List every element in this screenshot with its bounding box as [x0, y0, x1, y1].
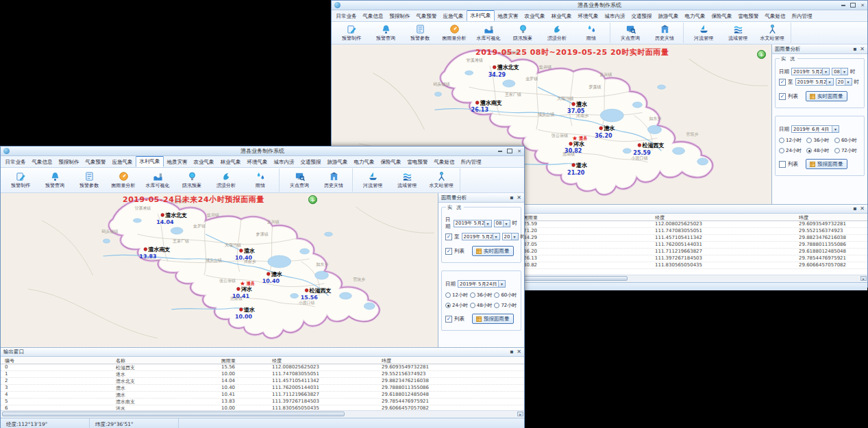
tab-旅游气象[interactable]: 旅游气象 — [324, 158, 351, 167]
tab-水利气象[interactable]: 水利气象 — [467, 10, 495, 21]
toolbar-button-预警查询[interactable]: 预警查询 — [38, 168, 72, 192]
tab-城市内涝[interactable]: 城市内涝 — [602, 12, 628, 21]
tab-预报制作[interactable]: 预报制作 — [386, 12, 413, 21]
tab-交通预报[interactable]: 交通预报 — [628, 12, 655, 21]
toolbar-button-水库可视化[interactable]: 水库可视化 — [140, 168, 175, 192]
close-icon[interactable]: ✕ — [860, 47, 865, 52]
toolbar-button-流域管理[interactable]: 流域管理 — [721, 23, 755, 43]
tab-水利气象[interactable]: 水利气象 — [136, 155, 164, 167]
toolbar-button-灾点查询[interactable]: 灾点查询 — [613, 23, 647, 43]
tab-气象预警[interactable]: 气象预警 — [82, 158, 109, 167]
toolbar-button-涝渍分析[interactable]: 涝渍分析 — [209, 168, 243, 192]
maximize-button[interactable] — [507, 148, 512, 154]
maximize-button[interactable] — [850, 2, 856, 8]
list-checkbox[interactable]: ✓ — [445, 248, 452, 255]
titlebar[interactable]: 澧县业务制作系统 ✕ — [1, 147, 524, 156]
radio-36小时[interactable]: 36小时 — [806, 137, 834, 144]
tab-气象短信[interactable]: 气象短信 — [431, 158, 458, 167]
toolbar-button-流域管理[interactable]: 流域管理 — [390, 168, 424, 192]
locate-button[interactable]: + — [308, 195, 317, 204]
radio-48小时[interactable]: 48小时 — [470, 302, 495, 309]
map-canvas[interactable]: 甘溪滩镇火连坡镇码头铺镇盐井镇金罗镇王家厂镇复兴镇大堰垱镇梦溪镇涔南乡城头山镇张… — [1, 193, 438, 347]
toolbar-button-河流管理[interactable]: 河流管理 — [356, 168, 390, 192]
tab-所内管理[interactable]: 所内管理 — [789, 12, 815, 21]
tab-农业气象[interactable]: 农业气象 — [190, 158, 217, 167]
radio-60小时[interactable]: 60小时 — [834, 137, 860, 144]
tab-日常业务[interactable]: 日常业务 — [333, 12, 360, 21]
tab-农业气象[interactable]: 农业气象 — [521, 12, 548, 21]
to-hour-select[interactable]: 20▾ — [836, 78, 852, 86]
tab-电力气象[interactable]: 电力气象 — [351, 158, 377, 167]
tab-应急气象[interactable]: 应急气象 — [440, 12, 467, 21]
toolbar-button-防汛预案[interactable]: 防汛预案 — [506, 23, 540, 43]
forecast-rainfall-button[interactable]: 预报面雨量 — [806, 159, 847, 169]
scroll-right-arrow[interactable]: ▸ — [860, 276, 867, 281]
toolbar-button-水文站管理[interactable]: 水文站管理 — [424, 168, 458, 192]
live-rainfall-button[interactable]: 实时面雨量 — [806, 91, 847, 101]
pin-icon[interactable]: ▪ — [853, 47, 856, 52]
locate-button[interactable]: + — [757, 50, 766, 59]
from-hour-select[interactable]: 08▾ — [494, 220, 510, 227]
list-checkbox[interactable] — [779, 161, 786, 168]
radio-24小时[interactable]: 24小时 — [445, 302, 470, 309]
radio-48小时[interactable]: 48小时 — [806, 147, 834, 154]
to-checkbox[interactable]: ✓ — [779, 79, 786, 86]
close-icon[interactable]: ✕ — [860, 206, 865, 212]
tab-雷电预警[interactable]: 雷电预警 — [404, 158, 431, 167]
radio-12小时[interactable]: 12小时 — [445, 292, 470, 299]
to-hour-select[interactable]: 20▾ — [502, 233, 519, 240]
radio-60小时[interactable]: 60小时 — [494, 292, 517, 299]
close-icon[interactable]: ✕ — [517, 349, 521, 355]
toolbar-button-涝渍分析[interactable]: 涝渍分析 — [540, 23, 574, 43]
radio-72小时[interactable]: 72小时 — [834, 147, 860, 154]
radio-12小时[interactable]: 12小时 — [779, 137, 806, 144]
tab-预报制作[interactable]: 预报制作 — [55, 158, 82, 167]
toolbar-button-面雨量分析[interactable]: 面雨量分析 — [106, 168, 140, 192]
close-button[interactable]: ✕ — [517, 148, 521, 154]
from-hour-select[interactable]: 08▾ — [832, 68, 848, 75]
tab-日常业务[interactable]: 日常业务 — [2, 158, 29, 167]
tab-林业气象[interactable]: 林业气象 — [548, 12, 575, 21]
tab-保险气象[interactable]: 保险气象 — [377, 158, 404, 167]
tab-城市内涝[interactable]: 城市内涝 — [271, 158, 297, 167]
scroll-right-arrow[interactable]: ▸ — [517, 412, 523, 416]
pin-icon[interactable]: ▪ — [510, 195, 513, 201]
toolbar-button-历史灾情[interactable]: 历史灾情 — [317, 168, 351, 192]
tab-气象信息[interactable]: 气象信息 — [29, 158, 55, 167]
tab-气象信息[interactable]: 气象信息 — [360, 12, 386, 21]
scrollbar-thumb[interactable] — [2, 412, 345, 416]
forecast-date-select[interactable]: 2019年 6月 4日▾ — [791, 125, 839, 133]
list-checkbox[interactable]: ✓ — [779, 93, 786, 100]
tab-所内管理[interactable]: 所内管理 — [458, 158, 484, 167]
radio-36小时[interactable]: 36小时 — [470, 292, 495, 299]
from-date-select[interactable]: 2019年 5月25日▾ — [454, 220, 492, 227]
titlebar[interactable]: 澧县业务制作系统 ✕ — [332, 1, 867, 10]
toolbar-button-防汛预案[interactable]: 防汛预案 — [175, 168, 209, 192]
from-date-select[interactable]: 2019年 5月25日▾ — [791, 68, 830, 75]
tab-地质灾害[interactable]: 地质灾害 — [164, 158, 190, 167]
live-rainfall-button[interactable]: 实时面雨量 — [472, 246, 514, 256]
tab-应急气象[interactable]: 应急气象 — [109, 158, 136, 167]
toolbar-button-历史灾情[interactable]: 历史灾情 — [647, 23, 682, 43]
toolbar-button-水文站管理[interactable]: 水文站管理 — [755, 23, 789, 43]
forecast-date-select[interactable]: 2019年 5月24日▾ — [458, 280, 506, 288]
list-checkbox[interactable]: ✓ — [445, 316, 452, 323]
to-checkbox[interactable]: ✓ — [445, 234, 452, 240]
tab-环境气象[interactable]: 环境气象 — [575, 12, 602, 21]
tab-保险气象[interactable]: 保险气象 — [708, 12, 735, 21]
minimize-button[interactable] — [498, 148, 502, 154]
to-date-select[interactable]: 2019年 5月25日▾ — [462, 233, 500, 240]
pin-icon[interactable]: ▪ — [853, 206, 856, 212]
pin-icon[interactable]: ▪ — [510, 349, 513, 355]
tab-林业气象[interactable]: 林业气象 — [217, 158, 244, 167]
minimize-button[interactable] — [841, 2, 845, 8]
toolbar-button-灾点查询[interactable]: 灾点查询 — [282, 168, 317, 192]
tab-雷电预警[interactable]: 雷电预警 — [735, 12, 762, 21]
tab-电力气象[interactable]: 电力气象 — [682, 12, 708, 21]
toolbar-button-河流管理[interactable]: 河流管理 — [686, 23, 721, 43]
to-date-select[interactable]: 2019年 5月25日▾ — [795, 78, 834, 86]
toolbar-button-预警参数[interactable]: 预警参数 — [403, 23, 437, 43]
close-icon[interactable]: ✕ — [517, 195, 521, 201]
close-button[interactable]: ✕ — [860, 2, 865, 8]
toolbar-button-面雨量分析[interactable]: 面雨量分析 — [437, 23, 471, 43]
